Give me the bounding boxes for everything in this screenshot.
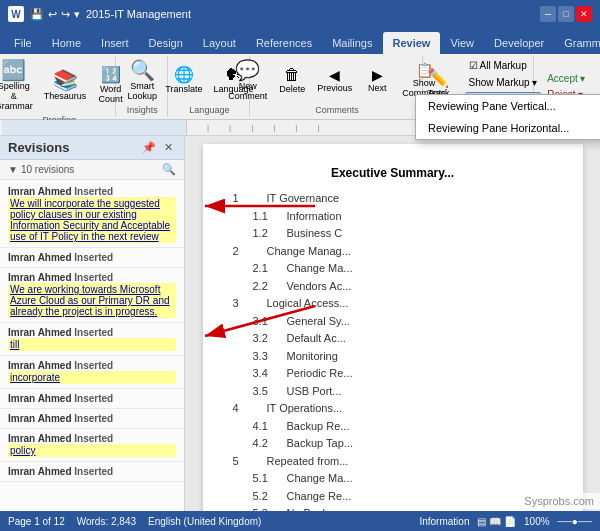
reviewing-pane-vertical-item[interactable]: Reviewing Pane Vertical...: [416, 95, 600, 117]
customize-icon[interactable]: ▾: [74, 8, 80, 21]
toc-text: IT Governance: [267, 190, 553, 207]
toc-container: 1 IT Governance 1.1 Information 1.2 Busi…: [233, 190, 553, 511]
document-scroll[interactable]: Executive Summary... 1 IT Governance 1.1…: [185, 136, 600, 511]
window-controls[interactable]: ─ □ ✕: [540, 6, 592, 22]
tab-grammarly[interactable]: Grammarly: [554, 32, 600, 54]
collapse-all-icon[interactable]: ▼: [8, 164, 18, 175]
toc-num: 3.4: [253, 365, 283, 382]
toc-num: 5.1: [253, 470, 283, 487]
revisions-search-icon[interactable]: 🔍: [162, 163, 176, 176]
revision-item[interactable]: Imran Ahmed Inserted policy: [0, 429, 184, 462]
toc-num: 3: [233, 295, 263, 312]
tab-layout[interactable]: Layout: [193, 32, 246, 54]
revision-item[interactable]: Imran Ahmed Inserted We will incorporate…: [0, 182, 184, 248]
toc-item: 2.2 Vendors Ac...: [253, 278, 553, 295]
tab-view[interactable]: View: [440, 32, 484, 54]
revision-item[interactable]: Imran Ahmed Inserted: [0, 462, 184, 482]
reviewing-pane-horizontal-label: Reviewing Pane Horizontal...: [428, 122, 569, 134]
revisions-pin-button[interactable]: 📌: [139, 140, 159, 155]
information-label: Information: [419, 516, 469, 527]
revision-author: Imran Ahmed Inserted: [8, 393, 176, 404]
revision-author: Imran Ahmed Inserted: [8, 252, 176, 263]
tab-references[interactable]: References: [246, 32, 322, 54]
revisions-header: Revisions 📌 ✕: [0, 136, 184, 160]
delete-comment-label: Delete: [279, 84, 305, 94]
revision-author: Imran Ahmed Inserted: [8, 360, 176, 371]
document-area: Executive Summary... 1 IT Governance 1.1…: [185, 136, 600, 511]
revision-author: Imran Ahmed Inserted: [8, 433, 176, 444]
tab-file[interactable]: File: [4, 32, 42, 54]
toc-num: 2: [233, 243, 263, 260]
revision-item[interactable]: Imran Ahmed Inserted: [0, 409, 184, 429]
toc-item: 3.4 Periodic Re...: [253, 365, 553, 382]
revision-item[interactable]: Imran Ahmed Inserted: [0, 389, 184, 409]
word-icon: W: [8, 6, 24, 22]
revisions-controls[interactable]: 📌 ✕: [139, 140, 176, 155]
revision-action: Inserted: [74, 186, 113, 197]
tab-mailings[interactable]: Mailings: [322, 32, 382, 54]
toc-item: 3 Logical Access...: [233, 295, 553, 312]
tab-design[interactable]: Design: [139, 32, 193, 54]
delete-comment-button[interactable]: 🗑 Delete: [274, 65, 310, 96]
previous-label: Previous: [317, 83, 352, 93]
tab-review[interactable]: Review: [383, 32, 441, 54]
toc-num: 2.1: [253, 260, 283, 277]
revisions-close-button[interactable]: ✕: [161, 140, 176, 155]
smart-lookup-button[interactable]: 🔍 SmartLookup: [123, 58, 161, 103]
next-comment-button[interactable]: ▶ Next: [359, 66, 395, 95]
toc-num: 3.3: [253, 348, 283, 365]
toc-num: 1.2: [253, 225, 283, 242]
revision-item[interactable]: Imran Ahmed Inserted incorporate: [0, 356, 184, 389]
tab-home[interactable]: Home: [42, 32, 91, 54]
proofing-group: 🔤 Spelling &Grammar 📚 Thesaurus 🔢 WordCo…: [4, 56, 116, 117]
toc-text: Change Re...: [287, 488, 553, 505]
thesaurus-button[interactable]: 📚 Thesaurus: [40, 68, 89, 103]
close-button[interactable]: ✕: [576, 6, 592, 22]
ribbon-tabs: File Home Insert Design Layout Reference…: [0, 28, 600, 54]
language-group-label: Language: [189, 105, 229, 115]
zoom-slider[interactable]: ──●──: [558, 516, 592, 527]
toc-num: 1: [233, 190, 263, 207]
insights-group-label: Insights: [127, 105, 158, 115]
revision-text: till: [8, 338, 176, 351]
new-comment-button[interactable]: 💬 NewComment: [224, 58, 271, 103]
all-markup-button[interactable]: ☑ All Markup: [465, 58, 542, 73]
translate-button[interactable]: 🌐 Translate: [161, 65, 206, 96]
revision-text: incorporate: [8, 371, 176, 384]
accept-label: Accept: [547, 73, 578, 84]
toc-item: 1.2 Business C: [253, 225, 553, 242]
toc-text: Backup Re...: [287, 418, 553, 435]
revision-item[interactable]: Imran Ahmed Inserted We are working towa…: [0, 268, 184, 323]
save-icon[interactable]: 💾: [30, 8, 44, 21]
insights-buttons: 🔍 SmartLookup: [123, 58, 161, 103]
revision-item[interactable]: Imran Ahmed Inserted till: [0, 323, 184, 356]
toc-text: Logical Access...: [267, 295, 553, 312]
tab-developer[interactable]: Developer: [484, 32, 554, 54]
toc-item: 1 IT Governance: [233, 190, 553, 207]
spelling-icon: 🔤: [1, 60, 26, 80]
toc-item: 3.1 General Sy...: [253, 313, 553, 330]
spelling-grammar-button[interactable]: 🔤 Spelling &Grammar: [0, 58, 37, 113]
toc-num: 2.2: [253, 278, 283, 295]
status-bar: Page 1 of 12 Words: 2,843 English (Unite…: [0, 511, 600, 531]
tab-insert[interactable]: Insert: [91, 32, 139, 54]
insights-group: 🔍 SmartLookup Insights: [118, 56, 168, 117]
reviewing-pane-horizontal-item[interactable]: Reviewing Pane Horizontal...: [416, 117, 600, 139]
thesaurus-icon: 📚: [53, 70, 78, 90]
redo-icon[interactable]: ↪: [61, 8, 70, 21]
show-markup-button[interactable]: Show Markup ▾: [465, 75, 542, 90]
toc-num: 1.1: [253, 208, 283, 225]
accept-button[interactable]: Accept ▾: [539, 71, 593, 86]
toc-text: Default Ac...: [287, 330, 553, 347]
revision-author: Imran Ahmed Inserted: [8, 186, 176, 197]
toc-text: Backup Tap...: [287, 435, 553, 452]
toc-item: 1.1 Information: [253, 208, 553, 225]
next-icon: ▶: [372, 68, 383, 82]
restore-button[interactable]: □: [558, 6, 574, 22]
minimize-button[interactable]: ─: [540, 6, 556, 22]
previous-comment-button[interactable]: ◀ Previous: [313, 66, 356, 95]
undo-icon[interactable]: ↩: [48, 8, 57, 21]
revision-text: policy: [8, 444, 176, 457]
view-buttons[interactable]: ▤ 📖 📄: [477, 516, 516, 527]
revision-item[interactable]: Imran Ahmed Inserted: [0, 248, 184, 268]
